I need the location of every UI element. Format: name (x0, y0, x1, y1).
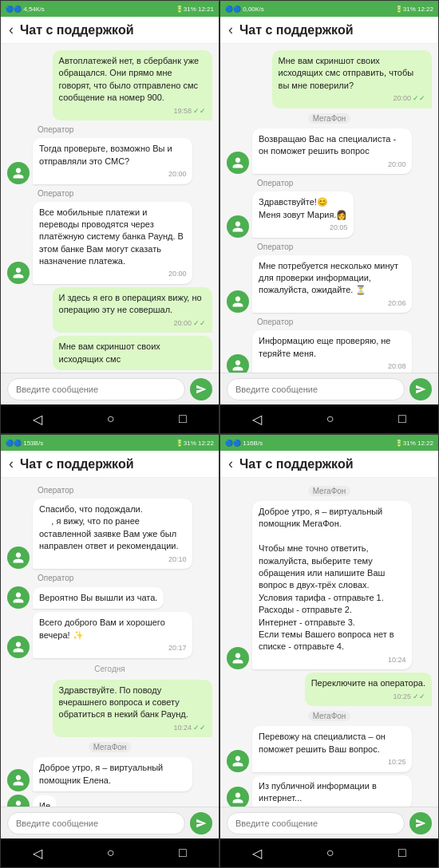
message-row: Здравствуйте. По поводу вчерашнего вопро… (7, 680, 212, 738)
incoming-bubble: Доброе утро, я – виртуальный помощник Ел… (33, 757, 192, 791)
recent-nav-button[interactable]: □ (179, 846, 187, 860)
panel-1: 🔵🔵 4,54К/s🔋31% 12:21 ‹ Чат с поддержкой … (0, 0, 220, 434)
message-row: Вероятно Вы вышли из чата. (7, 586, 212, 609)
avatar (227, 152, 249, 174)
message-text: Вероятно Вы вышли из чата. (39, 592, 157, 604)
message-row: Спасибо, что подождали. , я вижу, что по… (7, 499, 212, 569)
status-right: 🔋31% 12:22 (395, 6, 433, 13)
home-nav-button[interactable]: ○ (107, 846, 115, 860)
message-time: 20:00 (259, 160, 405, 170)
status-right: 🔋31% 12:22 (395, 440, 433, 447)
back-button[interactable]: ‹ (228, 22, 233, 38)
megafon-label: МегаФон (308, 711, 351, 721)
message-row: Все мобильные платежи и переводы проводя… (7, 202, 212, 285)
message-row: И здесь я его в операциях вижу, но опера… (7, 287, 212, 333)
recent-nav-button[interactable]: □ (398, 412, 406, 426)
chat-header: ‹ Чат с поддержкой (220, 17, 438, 44)
outgoing-bubble: Переключите на оператора.10:25 ✓✓ (305, 673, 432, 706)
message-time: 19:58 ✓✓ (59, 106, 206, 116)
message-row: Перевожу на специалиста – он поможет реш… (227, 726, 432, 771)
message-time: 10:25 (259, 757, 405, 767)
message-row: Ие (7, 795, 212, 807)
sender-label: Оператор (7, 486, 212, 495)
incoming-bubble: Перевожу на специалиста – он поможет реш… (252, 726, 412, 771)
avatar (7, 636, 30, 658)
message-row: Автоплатежей нет, в сбербанк уже обращал… (7, 50, 212, 120)
message-text: Переключите на оператора. (311, 677, 425, 689)
outgoing-bubble: Мне вам скриншот своих исходящих смс (53, 336, 212, 370)
messages-area: МегаФонДоброе утро, я – виртуальный помо… (220, 478, 438, 807)
app-grid: 🔵🔵 4,54К/s🔋31% 12:21 ‹ Чат с поддержкой … (0, 0, 439, 868)
avatar (227, 290, 249, 313)
send-icon (196, 818, 207, 829)
send-button[interactable] (409, 378, 432, 400)
message-time: 10:24 ✓✓ (59, 723, 206, 733)
chat-header: ‹ Чат с поддержкой (1, 17, 219, 44)
back-nav-button[interactable]: ◁ (33, 412, 42, 427)
home-nav-button[interactable]: ○ (326, 846, 334, 860)
back-button[interactable]: ‹ (9, 456, 14, 472)
message-input[interactable] (7, 812, 185, 834)
back-nav-button[interactable]: ◁ (252, 846, 262, 861)
message-time: 20:00 (39, 269, 186, 279)
avatar (7, 586, 30, 609)
chat-header: ‹ Чат с поддержкой (220, 451, 438, 478)
input-bar (1, 373, 219, 404)
send-icon (415, 818, 426, 829)
status-left: 🔵🔵 0,00К/s (225, 6, 264, 13)
message-text: Доброе утро, я – виртуальный помощник Ме… (259, 506, 405, 653)
message-input[interactable] (7, 378, 185, 400)
message-row: Из публичной информации в интернет... (227, 775, 432, 807)
status-left: 🔵🔵 153В/s (6, 440, 43, 447)
panel-3: 🔵🔵 153В/s🔋31% 12:22 ‹ Чат с поддержкой О… (0, 434, 220, 868)
message-text: Перевожу на специалиста – он поможет реш… (259, 731, 405, 756)
status-left: 🔵🔵 116В/s (225, 440, 263, 447)
message-row: Доброе утро, я – виртуальный помощник Ме… (227, 501, 432, 669)
recent-nav-button[interactable]: □ (398, 846, 406, 860)
back-button[interactable]: ‹ (9, 22, 14, 38)
home-nav-button[interactable]: ○ (107, 412, 115, 426)
message-row: Переключите на оператора.10:25 ✓✓ (227, 673, 432, 706)
message-row: Доброе утро, я – виртуальный помощник Ел… (7, 757, 212, 791)
message-text: Ие (39, 800, 50, 807)
panel-4: 🔵🔵 116В/s🔋31% 12:22 ‹ Чат с поддержкой М… (220, 434, 439, 868)
message-time: 20:00 ✓✓ (279, 93, 425, 104)
avatar (227, 354, 249, 373)
input-bar (1, 807, 219, 838)
recent-nav-button[interactable]: □ (179, 412, 187, 426)
message-text: Мне вам скриншот своих исходящих смс (59, 341, 206, 365)
back-nav-button[interactable]: ◁ (33, 846, 42, 861)
message-time: 20:08 (259, 361, 405, 372)
send-button[interactable] (190, 812, 212, 834)
sender-label: Оператор (7, 189, 212, 198)
message-time: 10:24 (259, 655, 405, 665)
megafon-label: МегаФон (89, 742, 132, 752)
send-button[interactable] (409, 812, 432, 834)
nav-bar: ◁○□ (220, 404, 438, 433)
send-button[interactable] (190, 378, 212, 400)
sender-label: Оператор (227, 318, 432, 326)
avatar (227, 787, 249, 807)
back-nav-button[interactable]: ◁ (252, 412, 262, 427)
status-bar: 🔵🔵 4,54К/s🔋31% 12:21 (1, 1, 219, 17)
message-text: Автоплатежей нет, в сбербанк уже обращал… (59, 55, 206, 105)
outgoing-bubble: Автоплатежей нет, в сбербанк уже обращал… (53, 50, 212, 120)
message-time: 20:10 (39, 554, 186, 565)
chat-title: Чат с поддержкой (239, 457, 354, 471)
check-icon: ✓✓ (193, 318, 206, 329)
home-nav-button[interactable]: ○ (326, 412, 334, 426)
incoming-bubble-partial: Ие (33, 795, 57, 807)
check-icon: ✓✓ (193, 723, 206, 733)
message-input[interactable] (227, 378, 405, 400)
message-text: Всего доброго Вам и хорошего вечера! ✨ (39, 617, 186, 641)
avatar (7, 262, 30, 284)
avatar (227, 215, 249, 238)
message-time: 20:17 (39, 643, 186, 653)
status-right: 🔋31% 12:22 (176, 440, 214, 447)
avatar (227, 647, 249, 669)
message-time: 20:00 ✓✓ (59, 318, 206, 329)
avatar (7, 795, 30, 807)
avatar (227, 750, 249, 772)
back-button[interactable]: ‹ (228, 456, 233, 472)
message-input[interactable] (227, 812, 405, 834)
